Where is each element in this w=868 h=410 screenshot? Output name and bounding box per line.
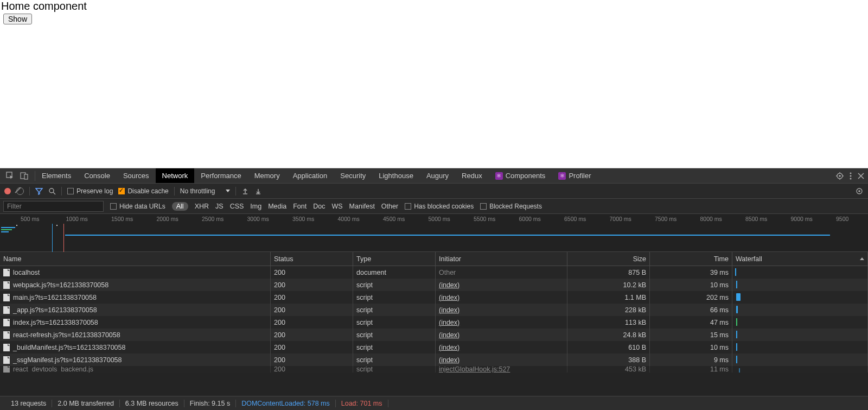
filter-type-ws[interactable]: WS [331,203,342,210]
throttling-select[interactable]: No throttling [180,187,231,195]
network-row[interactable]: webpack.js?ts=1621338370058200script(ind… [0,279,868,291]
overview-dot [56,225,58,226]
header-size[interactable]: Size [567,252,650,266]
header-type[interactable]: Type [353,252,436,266]
cell-time: 10 ms [650,341,732,354]
cell-type: script [353,366,436,373]
tab-performance[interactable]: Performance [194,168,247,183]
header-status[interactable]: Status [271,252,353,266]
initiator-link[interactable]: (index) [439,356,459,364]
tab-application[interactable]: Application [286,168,334,183]
has-blocked-cookies-checkbox[interactable]: Has blocked cookies [405,203,474,210]
filter-type-other[interactable]: Other [381,203,398,210]
cell-size: 1.1 MB [567,291,650,304]
react-icon: ⚛ [495,172,503,180]
network-row[interactable]: react_devtools_backend.js200scriptinject… [0,366,868,373]
cell-size: 875 B [567,266,650,279]
filter-type-img[interactable]: Img [250,203,261,210]
blocked-requests-checkbox[interactable]: Blocked Requests [480,203,542,210]
upload-har-icon[interactable] [241,187,249,195]
devtools-left-icons [0,171,35,181]
preserve-log-checkbox[interactable]: Preserve log [67,187,113,195]
cell-size: 24.8 kB [567,329,650,341]
tab-react-components-label: Components [506,172,546,180]
filter-type-media[interactable]: Media [268,203,286,210]
overview-tick: 8000 ms [700,216,722,222]
cell-time: 66 ms [650,304,732,316]
record-button[interactable] [4,188,11,194]
tab-network[interactable]: Network [156,168,195,183]
tab-sources[interactable]: Sources [117,168,156,183]
initiator-link[interactable]: injectGlobalHook.js:527 [439,366,510,373]
file-icon [3,331,10,339]
network-row[interactable]: index.js?ts=1621338370058200script(index… [0,316,868,329]
network-overview[interactable]: 500 ms1000 ms1500 ms2000 ms2500 ms3000 m… [0,214,868,252]
network-settings-icon[interactable] [855,187,864,195]
cell-name-text: index.js?ts=1621338370058 [13,319,98,326]
svg-point-4 [839,175,841,177]
initiator-link[interactable]: (index) [439,319,459,326]
tab-redux[interactable]: Redux [455,168,489,183]
header-time[interactable]: Time [650,252,732,266]
page-heading: Home component [0,0,868,12]
tab-memory[interactable]: Memory [248,168,286,183]
network-row[interactable]: react-refresh.js?ts=1621338370058200scri… [0,329,868,341]
filter-type-font[interactable]: Font [293,203,307,210]
tab-react-components[interactable]: ⚛Components [489,168,552,183]
tab-elements[interactable]: Elements [35,168,78,183]
initiator-link: Other [439,269,456,276]
overview-tick: 4500 ms [383,216,405,222]
tab-react-profiler[interactable]: ⚛Profiler [552,168,597,183]
gear-icon[interactable] [835,172,844,180]
initiator-link[interactable]: (index) [439,306,459,314]
inspect-element-icon[interactable] [5,171,15,181]
close-icon[interactable] [857,172,865,180]
filter-type-doc[interactable]: Doc [313,203,325,210]
tab-console[interactable]: Console [78,168,117,183]
disable-cache-checkbox[interactable]: Disable cache [118,187,168,195]
cell-type: script [353,279,436,291]
checkbox-icon [67,188,74,194]
filter-type-css[interactable]: CSS [230,203,244,210]
filter-type-xhr[interactable]: XHR [195,203,209,210]
tab-lighthouse[interactable]: Lighthouse [372,168,420,183]
initiator-link[interactable]: (index) [439,344,459,351]
filter-type-js[interactable]: JS [215,203,224,210]
overview-timeline-ticks: 500 ms1000 ms1500 ms2000 ms2500 ms3000 m… [0,214,868,224]
header-initiator[interactable]: Initiator [436,252,567,266]
svg-point-11 [850,178,852,179]
filter-type-all[interactable]: All [172,202,188,211]
hide-data-urls-checkbox[interactable]: Hide data URLs [110,203,165,210]
disable-cache-label: Disable cache [127,187,168,195]
network-row[interactable]: localhost200documentOther875 B39 ms [0,266,868,279]
divider [29,187,30,195]
network-row[interactable]: _buildManifest.js?ts=1621338370058200scr… [0,341,868,354]
show-button[interactable]: Show [3,14,32,24]
kebab-menu-icon[interactable] [850,172,852,180]
header-waterfall[interactable]: Waterfall [732,252,868,266]
overview-tick: 4000 ms [338,216,360,222]
initiator-link[interactable]: (index) [439,294,459,301]
cell-name: main.js?ts=1621338370058 [0,291,271,304]
download-har-icon[interactable] [254,187,262,195]
network-row[interactable]: main.js?ts=1621338370058200script(index)… [0,291,868,304]
search-icon[interactable] [48,187,56,195]
cell-name: _ssgManifest.js?ts=1621338370058 [0,354,271,366]
tab-augury[interactable]: Augury [420,168,455,183]
device-toggle-icon[interactable] [20,171,29,181]
clear-button[interactable] [16,187,24,195]
overview-tick: 8500 ms [745,216,767,222]
filter-type-manifest[interactable]: Manifest [349,203,375,210]
cell-name-text: main.js?ts=1621338370058 [13,294,97,301]
cell-status: 200 [271,366,353,373]
initiator-link[interactable]: (index) [439,331,459,339]
initiator-link[interactable]: (index) [439,281,459,289]
filter-toggle-icon[interactable] [35,187,43,195]
network-row[interactable]: _app.js?ts=1621338370058200script(index)… [0,304,868,316]
tab-security[interactable]: Security [334,168,372,183]
network-row[interactable]: _ssgManifest.js?ts=1621338370058200scrip… [0,354,868,366]
filter-input[interactable] [3,201,104,212]
cell-type: script [353,329,436,341]
overview-tick: 9500 [836,216,848,222]
header-name[interactable]: Name [0,252,271,266]
